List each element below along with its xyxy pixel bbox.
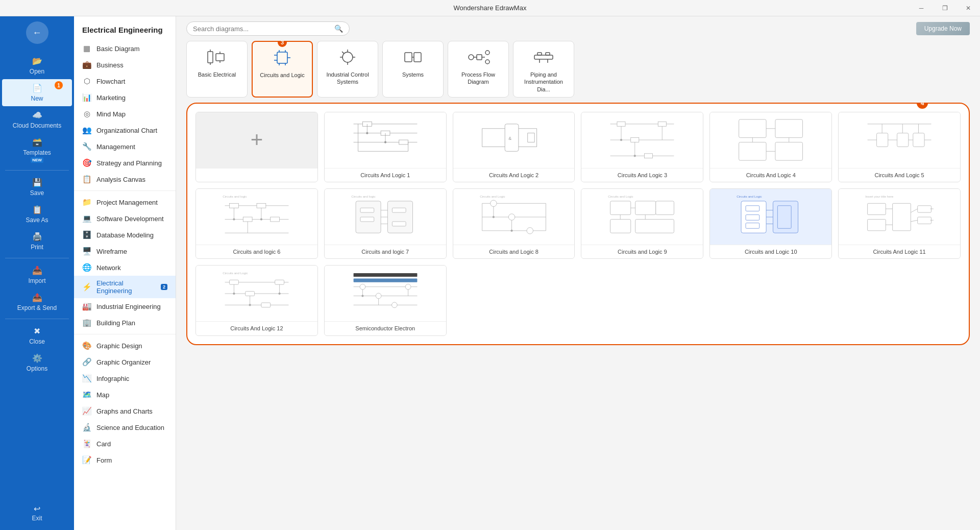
sidebar-divider-1 [5,170,69,171]
sidebar-label-cloud: Cloud Documents [13,122,61,129]
minimize-button[interactable]: ─ [910,0,933,16]
svg-rect-141 [868,219,886,230]
exit-icon: ↩ [34,504,40,514]
sidebar-item-mind-map[interactable]: ◎ Mind Map [74,106,176,122]
category-piping[interactable]: Piping and Instrumentation Dia... [513,41,574,98]
template-12-label: Circuits And Logic 12 [196,322,317,335]
template-7[interactable]: Circuits and logic [324,188,447,259]
sidebar-item-marketing[interactable]: 📊 Marketing [74,89,176,106]
sidebar-item-saveas[interactable]: 📋 Save As [0,201,74,228]
category-systems[interactable]: Systems [382,41,444,98]
sidebar-item-management[interactable]: 🔧 Management [74,138,176,155]
template-5-thumb [839,112,960,168]
sidebar-item-save[interactable]: 💾 Save [0,174,74,201]
category-industrial-control[interactable]: Industrial Control Systems [317,41,378,98]
category-basic-electrical[interactable]: Basic Electrical [186,41,248,98]
template-4[interactable]: Circuits And Logic 4 [709,112,832,182]
sidebar-item-graphic-design[interactable]: 🎨 Graphic Design [74,338,176,354]
template-12[interactable]: Circuits and Logic [195,265,318,335]
sidebar-item-software[interactable]: 💻 Software Development [74,210,176,227]
sidebar-item-database[interactable]: 🗄️ Database Modeling [74,227,176,243]
sidebar-label-print: Print [31,244,43,251]
sidebar-item-strategy[interactable]: 🎯 Strategy and Planning [74,155,176,171]
template-4-label: Circuits And Logic 4 [710,168,831,182]
template-9-thumb: Circuits and Logic [581,189,703,245]
svg-rect-30 [537,53,542,55]
sidebar-item-form[interactable]: 📝 Form [74,452,176,468]
sidebar-item-print[interactable]: 🖨️ Print [0,228,74,255]
org-chart-label: Organizational Chart [96,127,157,134]
sidebar-item-close[interactable]: ✖ Close [0,322,74,349]
svg-text:Circuits and logic: Circuits and logic [351,194,375,198]
sidebar-item-wireframe[interactable]: 🖥️ Wireframe [74,243,176,259]
sidebar-item-new[interactable]: 1 📄 New [2,79,72,106]
template-new[interactable]: + [195,112,318,182]
piping-icon [531,46,556,68]
template-5[interactable]: Circuits And Logic 5 [838,112,961,182]
template-10[interactable]: Circuits and Logic [709,188,832,259]
template-3[interactable]: Circuits And Logic 3 [581,112,703,182]
category-circuits-logic[interactable]: 3 Circuits and Logic [252,41,313,98]
sidebar-item-science[interactable]: 🔬 Science and Education [74,419,176,436]
svg-rect-104 [360,217,374,222]
org-chart-icon: 👥 [82,126,91,135]
restore-button[interactable]: ❐ [933,0,957,16]
template-11[interactable]: Insert your title here [838,188,961,259]
sidebar-item-export[interactable]: 📤 Export & Send [0,288,74,316]
template-4-thumb [710,112,831,168]
svg-rect-137 [746,223,760,228]
sidebar-item-building[interactable]: 🏢 Building Plan [74,315,176,331]
title-bar: Wondershare EdrawMax ─ ❐ ✕ [0,0,980,16]
svg-rect-39 [399,140,408,144]
sidebar-item-electrical[interactable]: ⚡ Electrical Engineering 2 [74,276,176,298]
sidebar-item-project[interactable]: 📁 Project Management [74,194,176,210]
sidebar-item-org-chart[interactable]: 👥 Organizational Chart [74,122,176,138]
search-input[interactable] [193,25,330,33]
svg-point-43 [384,141,386,143]
app-title: Wondershare EdrawMax [454,4,527,12]
sidebar-item-cloud[interactable]: ☁️ Cloud Documents [0,106,74,133]
svg-rect-135 [746,205,760,211]
template-semiconductor[interactable]: Semiconductor Electron [324,265,447,335]
svg-rect-103 [360,208,374,212]
svg-rect-165 [353,273,417,277]
template-1[interactable]: Circuits And Logic 1 [324,112,447,182]
template-9[interactable]: Circuits and Logic Circu [581,188,703,259]
analysis-label: Analysis Canvas [96,176,145,183]
sidebar-item-analysis[interactable]: 📋 Analysis Canvas [74,171,176,187]
building-label: Building Plan [96,319,135,327]
sidebar-item-graphic-organizer[interactable]: 🔗 Graphic Organizer [74,354,176,370]
sidebar-item-infographic[interactable]: 📉 Infographic [74,370,176,387]
svg-rect-123 [656,201,674,214]
sidebar-item-flowchart[interactable]: ⬡ Flowchart [74,73,176,89]
building-icon: 🏢 [82,318,91,327]
svg-rect-105 [392,208,406,212]
category-process-flow[interactable]: Process Flow Diagram [448,41,509,98]
sidebar-item-card[interactable]: 🃏 Card [74,436,176,452]
close-button[interactable]: ✕ [957,0,980,16]
sidebar-item-import[interactable]: 📥 Import [0,261,74,288]
template-8[interactable]: Circuits and Logic [453,188,575,259]
svg-rect-99 [387,201,412,232]
sidebar-item-network[interactable]: 🌐 Network [74,259,176,276]
sidebar-item-options[interactable]: ⚙️ Options [0,349,74,376]
sidebar-item-exit[interactable]: ↩ Exit [0,501,74,525]
sidebar-item-basic-diagram[interactable]: ▦ Basic Diagram [74,40,176,57]
template-2[interactable]: & Circuits And Logic 2 [453,112,575,182]
template-6[interactable]: Circuits and logic [195,188,318,259]
sidebar-item-business[interactable]: 💼 Business [74,57,176,73]
sidebar-item-open[interactable]: 📂 Open [0,52,74,79]
sidebar-item-graphs[interactable]: 📈 Graphs and Charts [74,403,176,419]
svg-point-111 [490,200,496,206]
project-icon: 📁 [82,198,91,207]
export-icon: 📤 [32,293,42,302]
back-button[interactable]: ← [26,21,48,44]
piping-label: Piping and Instrumentation Dia... [518,71,570,93]
sidebar-item-map[interactable]: 🗺️ Map [74,387,176,403]
upgrade-button[interactable]: Upgrade Now [916,22,970,35]
industrial-control-icon [335,46,360,68]
sidebar-item-industrial[interactable]: 🏭 Industrial Engineering [74,298,176,315]
sidebar-item-templates[interactable]: 🗃️ Templates NEW [0,133,74,167]
svg-point-14 [342,52,353,62]
graphic-design-label: Graphic Design [96,342,142,350]
